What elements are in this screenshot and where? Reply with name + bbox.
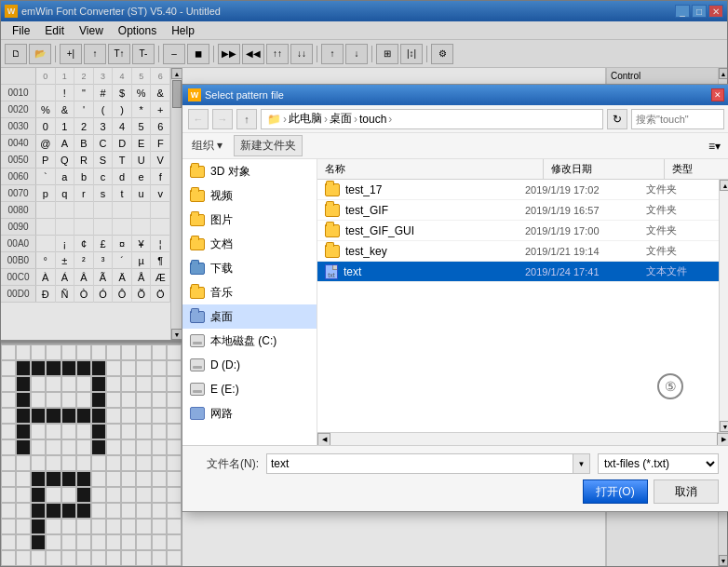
file-item-testkey[interactable]: test_key 2019/1/21 19:14 文件夹 <box>317 241 719 262</box>
drive-d-icon <box>190 358 205 371</box>
file-date: 2019/1/19 17:00 <box>525 225 646 236</box>
folder-icon <box>190 238 205 250</box>
file-date: 2019/1/24 17:41 <box>525 266 646 277</box>
organize-button[interactable]: 组织 ▾ <box>188 136 226 155</box>
filename-label: 文件名(N): <box>194 456 259 472</box>
file-date: 2019/1/19 17:02 <box>525 184 646 196</box>
file-name: test_key <box>345 245 525 258</box>
back-button[interactable]: ← <box>188 109 209 129</box>
network-icon <box>190 407 205 420</box>
file-name: test_GIF_GUI <box>345 224 525 237</box>
folder-icon <box>325 224 340 237</box>
text-file-icon: txt <box>325 264 338 279</box>
file-type: 文本文件 <box>646 264 711 278</box>
file-type: 文件夹 <box>646 223 711 237</box>
breadcrumb-desktop[interactable]: 此电脑 <box>289 111 322 127</box>
up-button[interactable]: ↑ <box>236 109 257 129</box>
file-scroll-down[interactable]: ▼ <box>720 421 728 432</box>
sidebar-item-desktop[interactable]: 桌面 <box>182 304 317 329</box>
breadcrumb-current[interactable]: touch <box>359 113 386 126</box>
dialog-close-button[interactable]: ✕ <box>711 88 724 101</box>
folder-icon <box>190 214 205 226</box>
refresh-button[interactable]: ↻ <box>607 109 627 129</box>
file-type: 文件夹 <box>646 182 711 196</box>
filetype-select[interactable]: txt-files (*.txt) <box>598 453 719 474</box>
file-dialog: W Select pattern file ✕ ← → ↑ 📁 › 此电脑 › … <box>182 84 728 512</box>
file-date: 2019/1/19 16:57 <box>525 205 646 216</box>
col-header-type[interactable]: 类型 <box>665 159 728 179</box>
sidebar-item-music[interactable]: 音乐 <box>182 280 317 304</box>
dialog-button-row: 打开(O) 取消 <box>194 479 719 504</box>
cancel-button[interactable]: 取消 <box>654 479 719 504</box>
file-item-text[interactable]: txt text 2019/1/24 17:41 文本文件 <box>317 262 719 282</box>
hscroll-right[interactable]: ▶ <box>717 433 728 446</box>
breadcrumb-computer[interactable]: 📁 <box>267 113 281 126</box>
folder-icon <box>190 166 205 178</box>
folder-icon <box>325 204 340 217</box>
sidebar-item-network[interactable]: 网路 <box>182 401 317 425</box>
file-name: text <box>344 265 525 278</box>
number-indicator: ⑤ <box>657 373 683 399</box>
dialog-title-bar: W Select pattern file ✕ <box>182 85 728 105</box>
sidebar-item-drive-d[interactable]: D (D:) <box>182 353 317 377</box>
desktop-icon <box>190 311 205 323</box>
dialog-sidebar: 3D 对象 视频 图片 文档 下载 <box>182 159 317 445</box>
file-list-header: 名称 修改日期 类型 <box>317 159 728 180</box>
dialog-nav-bar: ← → ↑ 📁 › 此电脑 › 桌面 › touch › ↻ <box>182 105 728 133</box>
dialog-title: W Select pattern file <box>188 88 284 101</box>
filename-dropdown[interactable]: ▼ <box>573 453 590 474</box>
breadcrumb-sep4: › <box>388 113 392 126</box>
dialog-toolbar: 组织 ▾ 新建文件夹 ≡▾ <box>182 133 728 159</box>
breadcrumb-sep3: › <box>354 113 357 126</box>
sidebar-item-docs[interactable]: 文档 <box>182 232 317 256</box>
dialog-bottom: 文件名(N): ▼ txt-files (*.txt) 打开(O) 取消 <box>182 445 728 511</box>
filename-input[interactable] <box>266 453 573 474</box>
drive-c-icon <box>190 334 205 347</box>
file-item-testgifgui[interactable]: test_GIF_GUI 2019/1/19 17:00 文件夹 <box>317 221 719 241</box>
file-item-testgif[interactable]: test_GIF 2019/1/19 16:57 文件夹 <box>317 200 719 221</box>
sidebar-item-3d[interactable]: 3D 对象 <box>182 159 317 183</box>
col-header-name[interactable]: 名称 <box>317 159 544 179</box>
drive-e-icon <box>190 383 205 396</box>
folder-icon <box>325 245 340 258</box>
search-input[interactable] <box>631 109 724 129</box>
file-item-test17[interactable]: test_17 2019/1/19 17:02 文件夹 <box>317 180 719 200</box>
dialog-overlay: W Select pattern file ✕ ← → ↑ 📁 › 此电脑 › … <box>0 0 728 567</box>
file-name: test_GIF <box>345 204 525 217</box>
open-button[interactable]: 打开(O) <box>583 479 648 504</box>
hscroll-left[interactable]: ◀ <box>317 433 330 446</box>
col-header-date[interactable]: 修改日期 <box>544 159 665 179</box>
file-list-area: 名称 修改日期 类型 test_17 2019/1/19 17:02 文件夹 <box>317 159 728 445</box>
sidebar-item-drive-c[interactable]: 本地磁盘 (C:) <box>182 329 317 353</box>
file-name: test_17 <box>345 183 525 196</box>
file-scroll-up[interactable]: ▲ <box>720 180 728 191</box>
folder-icon <box>190 287 205 299</box>
file-scroll-track <box>720 191 728 421</box>
forward-button[interactable]: → <box>212 109 233 129</box>
dialog-body: 3D 对象 视频 图片 文档 下载 <box>182 159 728 445</box>
breadcrumb-sep2: › <box>324 113 328 126</box>
sidebar-item-video[interactable]: 视频 <box>182 183 317 208</box>
breadcrumb-folder[interactable]: 桌面 <box>330 111 352 127</box>
filename-input-group: ▼ <box>266 453 590 474</box>
downloads-icon <box>190 263 205 275</box>
sidebar-item-downloads[interactable]: 下载 <box>182 256 317 280</box>
sidebar-item-pictures[interactable]: 图片 <box>182 208 317 232</box>
file-type: 文件夹 <box>646 244 711 258</box>
breadcrumb-sep: › <box>283 113 287 126</box>
view-button[interactable]: ≡▾ <box>705 138 724 155</box>
folder-icon <box>325 183 340 196</box>
file-list: test_17 2019/1/19 17:02 文件夹 test_GIF 201… <box>317 180 719 432</box>
filename-row: 文件名(N): ▼ txt-files (*.txt) <box>194 453 719 474</box>
file-date: 2019/1/21 19:14 <box>525 246 646 257</box>
dialog-icon: W <box>188 88 201 101</box>
new-folder-button[interactable]: 新建文件夹 <box>234 135 303 156</box>
folder-icon <box>190 190 205 202</box>
breadcrumb-bar: 📁 › 此电脑 › 桌面 › touch › <box>261 109 603 129</box>
h-scrollbar: ◀ ▶ <box>317 432 728 445</box>
file-list-scrollbar[interactable]: ▲ ▼ <box>719 180 728 432</box>
sidebar-item-drive-e[interactable]: E (E:) <box>182 377 317 401</box>
file-type: 文件夹 <box>646 203 711 217</box>
